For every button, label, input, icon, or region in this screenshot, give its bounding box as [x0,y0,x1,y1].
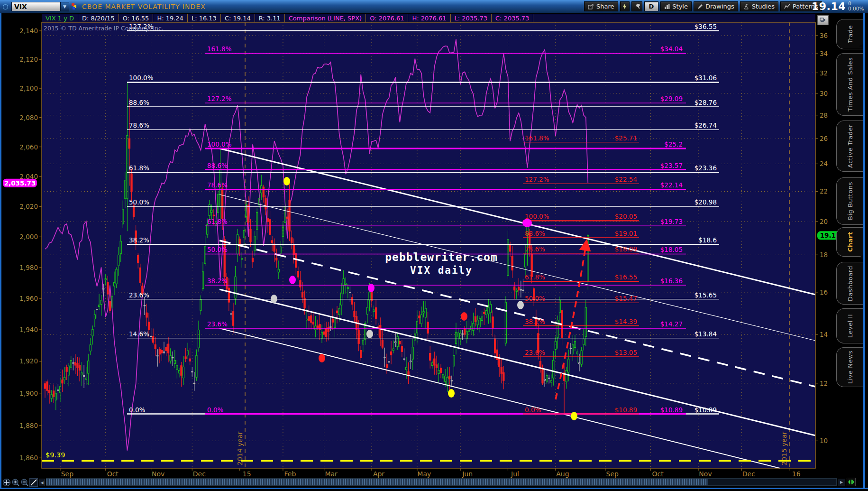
svg-text:23.6%: 23.6% [129,291,149,299]
settings-button[interactable] [631,1,642,11]
link-color-icon[interactable] [72,3,78,10]
svg-text:$14.39: $14.39 [615,318,637,325]
svg-text:161.8%: 161.8% [207,45,232,53]
zoom-in-button[interactable] [11,478,20,487]
chart-scrollbar-thumb[interactable] [46,479,708,485]
trendline-icon [29,478,38,487]
svg-text:50.0%: 50.0% [129,198,149,206]
scroll-left-button[interactable]: ◀ [39,479,45,486]
spx-last-price-badge: 2,035.73 [3,179,37,187]
svg-text:Oct: Oct [107,470,119,478]
ohlc-info-bar: VIX 1 y D D: 8/20/15 O: 16.55 H: 19.24 L… [42,14,815,22]
svg-text:15: 15 [243,470,251,478]
svg-text:1,980: 1,980 [19,264,38,271]
style-button[interactable]: Style [660,1,692,11]
svg-text:Jun: Jun [462,470,473,478]
svg-text:$18.05: $18.05 [660,246,683,253]
svg-text:2,100: 2,100 [19,84,38,92]
svg-text:$23.36: $23.36 [694,164,717,172]
symbol-dropdown-button[interactable]: ▼ [61,2,69,11]
svg-text:38.2%: 38.2% [129,236,149,244]
aggregation-button[interactable]: D [644,1,659,11]
zoom-out-button[interactable] [20,478,29,487]
svg-text:2,020: 2,020 [19,203,38,210]
comparison-low-field: L: 2035.73 [451,14,492,22]
line-tool-button[interactable] [29,478,38,487]
svg-text:Apr: Apr [373,470,384,478]
chart-pointer-button[interactable] [817,15,829,25]
share-icon [588,4,594,9]
watermark: pebblewriter.com VIX daily [377,251,506,276]
svg-text:127.2%: 127.2% [525,176,549,183]
open-field: O: 16.55 [119,14,154,22]
sidebar-tab-level-ii[interactable]: Level II [836,308,863,343]
svg-text:1,960: 1,960 [19,295,38,302]
scroll-right-button[interactable]: ▶ [838,479,845,486]
svg-text:$20.98: $20.98 [694,198,717,206]
svg-text:$13.05: $13.05 [615,349,637,356]
window-left-border [0,13,1,488]
svg-text:127.2%: 127.2% [207,95,232,102]
svg-text:26: 26 [820,135,828,142]
svg-text:Aug: Aug [556,470,569,478]
svg-text:Oct: Oct [652,470,664,478]
svg-text:2,140: 2,140 [19,27,38,35]
chart-scrollbar[interactable] [46,478,837,486]
svg-text:23.6%: 23.6% [525,349,545,356]
chevron-down-icon: ▼ [63,4,66,9]
svg-text:May: May [417,470,431,478]
svg-text:Dec: Dec [742,470,755,478]
sidebar-tab-active-trader[interactable]: Active Trader [836,120,863,172]
svg-text:32: 32 [820,69,828,77]
sidebar-tab-dashboard[interactable]: Dashboard [836,262,863,305]
svg-text:$31.06: $31.06 [694,74,717,82]
svg-text:2,080: 2,080 [19,114,38,121]
studies-button[interactable]: Studies [740,1,778,11]
wrench-icon [634,3,640,9]
flash-button[interactable] [620,1,630,11]
svg-text:1,860: 1,860 [19,454,38,462]
panel-collapse-arrow-top[interactable]: ◀ [859,44,863,48]
svg-text:78.6%: 78.6% [129,121,149,129]
svg-text:$23.57: $23.57 [660,162,683,169]
svg-text:0.0%: 0.0% [207,406,223,414]
symbol-input-wrap: ▼ [11,2,69,11]
sidebar-tab-times-and-sales[interactable]: Times And Sales [836,53,863,116]
svg-text:23.6%: 23.6% [207,320,228,328]
svg-text:161.8%: 161.8% [525,134,549,142]
svg-text:$15.65: $15.65 [694,291,717,299]
svg-text:38.2%: 38.2% [525,318,545,325]
svg-text:$29.09: $29.09 [660,95,683,102]
panel-collapse-arrow[interactable]: ◀ [859,255,863,259]
svg-text:36: 36 [820,32,828,39]
svg-text:88.6%: 88.6% [129,99,149,106]
svg-text:30: 30 [820,90,828,97]
timeline-expand-button[interactable] [847,478,856,486]
sidebar-tab-live-news[interactable]: Live News [836,347,863,387]
pan-tool-button[interactable] [2,478,11,487]
svg-text:$18.09: $18.09 [615,245,637,253]
hand-cursor-icon [820,17,826,23]
svg-text:$28.76: $28.76 [694,99,717,106]
svg-text:$10.89: $10.89 [694,406,717,414]
sidebar-tab-big-buttons[interactable]: Big Buttons [836,177,863,225]
expand-handle-icon [848,479,855,485]
svg-text:1,900: 1,900 [19,389,38,397]
svg-text:$13.84: $13.84 [694,330,717,338]
last-price-block: 19.14 0 0.00% [812,0,864,12]
svg-text:12: 12 [820,380,828,387]
svg-text:$16.36: $16.36 [660,277,683,285]
sidebar-tab-chart[interactable]: Chart [836,227,863,257]
svg-text:88.6%: 88.6% [207,162,228,169]
svg-text:61.8%: 61.8% [129,164,149,172]
svg-text:61.8%: 61.8% [525,273,545,281]
svg-text:$34.04: $34.04 [660,45,683,53]
share-button[interactable]: Share [584,1,618,11]
drawings-button[interactable]: Drawings [694,1,738,11]
chart-canvas[interactable]: 2014 year2015 year127.2%$36.55100.0%$31.… [0,0,868,491]
svg-text:Jul: Jul [511,470,519,478]
svg-text:$14.27: $14.27 [660,320,683,328]
symbol-input[interactable] [11,2,61,11]
svg-text:Sep: Sep [61,470,74,478]
status-circle-icon [3,4,8,9]
